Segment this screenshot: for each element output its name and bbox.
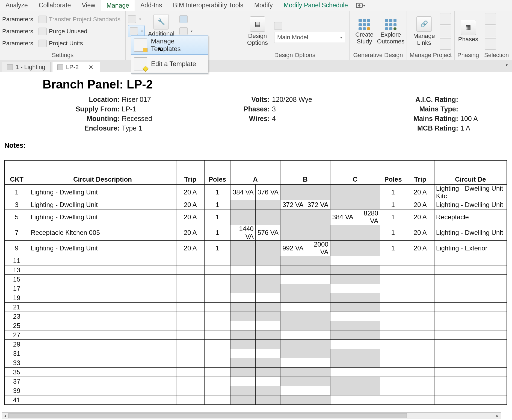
tab-analyze[interactable]: Analyze (0, 0, 33, 11)
close-icon[interactable]: × (87, 63, 95, 72)
edit-a-template-item[interactable]: Edit a Template (131, 54, 208, 73)
doctab-lp2[interactable]: LP-2× (52, 62, 100, 72)
panel-schedule-sheet: Branch Panel: LP-2 Location:Riser 017 Vo… (0, 72, 512, 412)
panel-title-settings: Settings (2, 51, 123, 59)
table-row[interactable]: 33 (5, 358, 507, 368)
design-option-selector[interactable]: Main Model▾ (274, 32, 345, 43)
panel-title-selection: Selection (484, 51, 507, 59)
phases-icon: ▦ (461, 20, 476, 35)
purge-unused[interactable]: Purge Unused (39, 25, 120, 37)
val-supply: LP-1 (122, 105, 136, 113)
panel-templates-top[interactable]: ▾ (128, 13, 145, 25)
header-grid: Location:Riser 017 Volts:120/208 Wye A.I… (4, 96, 508, 132)
scroll-right-icon[interactable]: ▸ (494, 413, 501, 419)
coords-icon (179, 27, 188, 35)
menu-tabstrip: Analyze Collaborate View Manage Add-Ins … (0, 0, 512, 11)
val-volts: 120/208 Wye (272, 96, 312, 103)
doctab-lighting[interactable]: 1 - Lighting (2, 62, 51, 72)
decal-types-button[interactable] (440, 26, 451, 37)
create-study-button[interactable]: Create Study (352, 17, 377, 46)
starting-view-button[interactable] (440, 38, 451, 50)
val-mcb: 1 A (460, 124, 470, 132)
val-wires: 4 (272, 115, 276, 123)
tab-modify-panel-schedule[interactable]: Modify Panel Schedule (278, 0, 353, 11)
tab-modify[interactable]: Modify (249, 0, 278, 11)
ribbon: Parameters Parameters Parameters Transfe… (0, 11, 512, 60)
panel-title-generative: Generative Design (352, 51, 404, 59)
panel-title-manage-project: Manage Project (409, 51, 452, 59)
manage-templates-item[interactable]: Manage Templates (131, 36, 208, 55)
table-row[interactable]: 9Lighting - Dwelling Unit20 A1992 VA2000… (5, 241, 507, 256)
val-phases: 3 (272, 105, 276, 113)
table-row[interactable]: 41 (5, 395, 507, 405)
transfer-project-standards: Transfer Project Standards (39, 13, 120, 25)
document-tabs: 1 - Lighting LP-2× ▾ (0, 60, 512, 72)
tab-bim[interactable]: BIM Interoperability Tools (167, 0, 249, 11)
phases-button[interactable]: ▦ Phases (457, 19, 480, 44)
table-row[interactable]: 7Receptacle Kitchen 00520 A11440 VA576 V… (5, 225, 507, 241)
table-row[interactable]: 31 (5, 349, 507, 358)
table-row[interactable]: 13 (5, 265, 507, 275)
table-row[interactable]: 11 (5, 256, 507, 265)
do-icon-1[interactable] (274, 22, 282, 30)
manage-links-button[interactable]: 🔗 Manage Links (409, 15, 439, 47)
scroll-thumb[interactable] (8, 413, 407, 418)
manage-templates-icon (134, 39, 147, 52)
manage-images-button[interactable] (440, 13, 451, 25)
explore-outcomes-icon (384, 18, 398, 31)
table-row[interactable]: 15 (5, 275, 507, 284)
tab-collaborate[interactable]: Collaborate (33, 0, 76, 11)
design-options-button[interactable]: ▤ Design Options (242, 15, 273, 47)
explore-outcomes-button[interactable]: Explore Outcomes (377, 17, 404, 46)
globe-icon (179, 15, 188, 23)
val-mainsrating: 100 A (460, 115, 478, 123)
tab-view[interactable]: View (76, 0, 100, 11)
selection-2[interactable] (485, 26, 496, 37)
tab-manage[interactable]: Manage (101, 0, 135, 11)
transfer-icon (39, 16, 47, 23)
wrench-icon: 🔧 (153, 14, 169, 29)
selection-3[interactable] (485, 38, 496, 50)
table-row[interactable]: 23 (5, 312, 507, 321)
horizontal-scrollbar[interactable]: ◂ ▸ (2, 412, 501, 419)
selection-1[interactable] (485, 13, 496, 25)
table-row[interactable]: 39 (5, 386, 507, 395)
units-icon (39, 40, 47, 47)
table-row[interactable]: 17 (5, 284, 507, 293)
val-mounting: Recessed (122, 115, 152, 123)
purge-icon (39, 28, 47, 35)
location-button[interactable] (179, 13, 193, 25)
table-row[interactable]: 3Lighting - Dwelling Unit20 A1372 VA372 … (5, 200, 507, 209)
edit-template-icon (134, 57, 147, 70)
create-study-icon (357, 18, 371, 31)
tab-overflow-button[interactable]: ▾ (503, 62, 510, 68)
schedule-icon (57, 64, 63, 70)
table-header-row: CKT Circuit Description Trip Poles A B C… (5, 161, 507, 185)
record-button[interactable]: ▾ (356, 0, 365, 11)
tab-addins[interactable]: Add-Ins (135, 0, 167, 11)
panel-title-phasing: Phasing (457, 51, 480, 59)
table-row[interactable]: 1Lighting - Dwelling Unit20 A1384 VA376 … (5, 185, 507, 200)
table-row[interactable]: 37 (5, 377, 507, 386)
table-row[interactable]: 21 (5, 303, 507, 312)
notes-label: Notes: (4, 141, 508, 149)
table-row[interactable]: 35 (5, 368, 507, 377)
table-row[interactable]: 27 (5, 330, 507, 340)
circuit-table: CKT Circuit Description Trip Poles A B C… (4, 160, 507, 405)
scroll-left-icon[interactable]: ◂ (2, 413, 8, 419)
template-icon (128, 15, 136, 23)
schedule-icon (130, 27, 138, 35)
cursor-icon: ⬉ (157, 45, 163, 53)
panel-schedule-templates-menu: Manage Templates Edit a Template (131, 36, 208, 74)
table-row[interactable]: 5Lighting - Dwelling Unit20 A1384 VA8280… (5, 209, 507, 225)
val-enclosure: Type 1 (122, 124, 142, 132)
panel-title-design-options: Design Options (242, 51, 347, 59)
view-icon (7, 64, 13, 70)
project-units[interactable]: Project Units (39, 37, 120, 49)
additional-settings[interactable]: 🔧 Additional (148, 13, 174, 38)
table-row[interactable]: 29 (5, 340, 507, 349)
table-row[interactable]: 25 (5, 321, 507, 330)
table-row[interactable]: 19 (5, 293, 507, 303)
val-location: Riser 017 (122, 96, 151, 103)
design-options-icon: ▤ (250, 16, 265, 32)
